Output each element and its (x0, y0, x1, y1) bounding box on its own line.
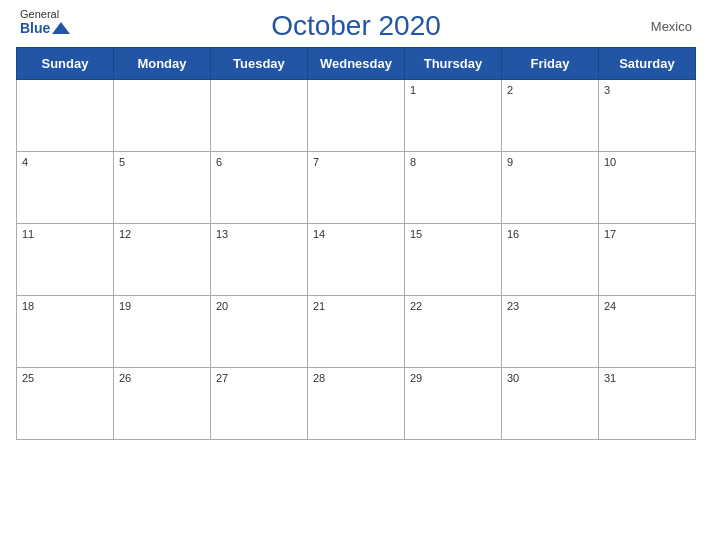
calendar-cell: 20 (210, 296, 307, 368)
calendar-cell: 13 (210, 224, 307, 296)
day-number: 11 (22, 228, 34, 240)
day-number: 29 (410, 372, 422, 384)
calendar-cell: 18 (17, 296, 114, 368)
day-number: 10 (604, 156, 616, 168)
day-number: 4 (22, 156, 28, 168)
calendar-cell: 25 (17, 368, 114, 440)
day-number: 31 (604, 372, 616, 384)
calendar-cell: 3 (598, 80, 695, 152)
calendar-cell: 9 (502, 152, 599, 224)
day-number: 1 (410, 84, 416, 96)
weekday-header-wednesday: Wednesday (307, 48, 404, 80)
day-number: 19 (119, 300, 131, 312)
calendar-cell: 2 (502, 80, 599, 152)
day-number: 14 (313, 228, 325, 240)
calendar-cell: 21 (307, 296, 404, 368)
calendar-cell: 31 (598, 368, 695, 440)
day-number: 25 (22, 372, 34, 384)
weekday-header-monday: Monday (113, 48, 210, 80)
day-number: 27 (216, 372, 228, 384)
day-number: 21 (313, 300, 325, 312)
day-number: 9 (507, 156, 513, 168)
day-number: 2 (507, 84, 513, 96)
calendar-cell (113, 80, 210, 152)
calendar-week-5: 25262728293031 (17, 368, 696, 440)
calendar-cell: 11 (17, 224, 114, 296)
day-number: 6 (216, 156, 222, 168)
calendar-cell: 14 (307, 224, 404, 296)
day-number: 28 (313, 372, 325, 384)
day-number: 15 (410, 228, 422, 240)
weekday-header-row: SundayMondayTuesdayWednesdayThursdayFrid… (17, 48, 696, 80)
day-number: 18 (22, 300, 34, 312)
logo-bird-icon (52, 20, 70, 38)
calendar-cell: 5 (113, 152, 210, 224)
day-number: 8 (410, 156, 416, 168)
calendar-cell (210, 80, 307, 152)
svg-marker-0 (52, 22, 70, 34)
calendar-cell: 8 (404, 152, 501, 224)
calendar-cell: 27 (210, 368, 307, 440)
country-label: Mexico (651, 19, 692, 34)
day-number: 12 (119, 228, 131, 240)
weekday-header-sunday: Sunday (17, 48, 114, 80)
calendar-cell: 22 (404, 296, 501, 368)
day-number: 17 (604, 228, 616, 240)
day-number: 23 (507, 300, 519, 312)
calendar-title: October 2020 (271, 10, 441, 42)
calendar-table: SundayMondayTuesdayWednesdayThursdayFrid… (16, 47, 696, 440)
calendar-cell: 15 (404, 224, 501, 296)
calendar-cell: 28 (307, 368, 404, 440)
calendar-week-4: 18192021222324 (17, 296, 696, 368)
weekday-header-friday: Friday (502, 48, 599, 80)
weekday-header-saturday: Saturday (598, 48, 695, 80)
day-number: 16 (507, 228, 519, 240)
calendar-header: General Blue October 2020 Mexico (0, 0, 712, 47)
day-number: 5 (119, 156, 125, 168)
calendar-cell: 12 (113, 224, 210, 296)
calendar-cell: 26 (113, 368, 210, 440)
calendar-week-1: 123 (17, 80, 696, 152)
calendar-cell: 4 (17, 152, 114, 224)
logo: General Blue (20, 8, 70, 38)
day-number: 24 (604, 300, 616, 312)
calendar-cell: 29 (404, 368, 501, 440)
calendar-cell: 16 (502, 224, 599, 296)
calendar-week-2: 45678910 (17, 152, 696, 224)
calendar-cell: 17 (598, 224, 695, 296)
calendar-cell: 30 (502, 368, 599, 440)
calendar-cell: 19 (113, 296, 210, 368)
day-number: 13 (216, 228, 228, 240)
day-number: 22 (410, 300, 422, 312)
calendar-cell: 24 (598, 296, 695, 368)
day-number: 7 (313, 156, 319, 168)
weekday-header-tuesday: Tuesday (210, 48, 307, 80)
day-number: 3 (604, 84, 610, 96)
calendar-week-3: 11121314151617 (17, 224, 696, 296)
day-number: 20 (216, 300, 228, 312)
calendar-cell: 23 (502, 296, 599, 368)
day-number: 30 (507, 372, 519, 384)
calendar-cell: 10 (598, 152, 695, 224)
calendar-cell (307, 80, 404, 152)
logo-general: General (20, 8, 59, 20)
calendar-cell: 7 (307, 152, 404, 224)
day-number: 26 (119, 372, 131, 384)
logo-blue: Blue (20, 21, 50, 36)
calendar-cell: 1 (404, 80, 501, 152)
calendar-cell: 6 (210, 152, 307, 224)
weekday-header-thursday: Thursday (404, 48, 501, 80)
calendar-cell (17, 80, 114, 152)
